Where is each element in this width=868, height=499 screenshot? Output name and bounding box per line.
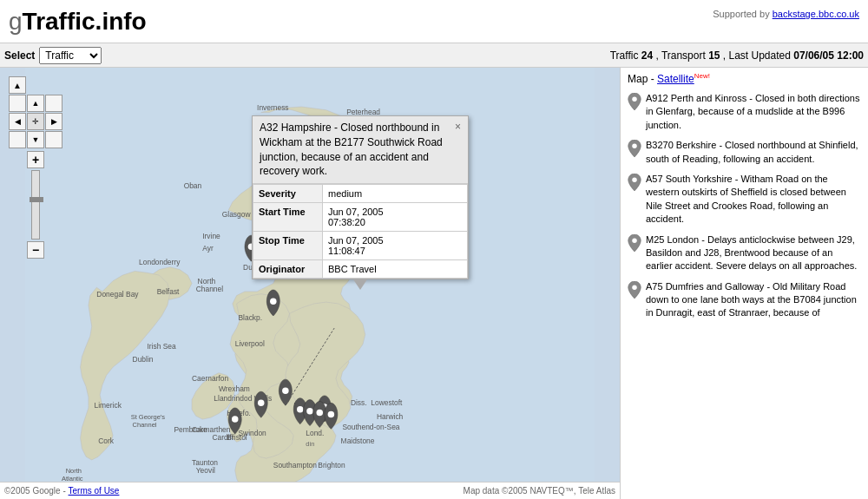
popup-tail [353,279,367,290]
svg-point-59 [297,406,304,413]
svg-text:din: din [306,440,314,448]
traffic-text-1: A912 Perth and Kinross - Closed in both … [646,92,861,132]
svg-point-60 [306,408,313,415]
northwest-btn[interactable] [9,95,26,112]
svg-text:Caernarfon: Caernarfon [192,374,228,383]
zoom-track[interactable] [31,170,40,240]
traffic-item-1[interactable]: A912 Perth and Kinross - Closed in both … [628,92,861,132]
svg-text:Channel: Channel [133,421,157,429]
pin-icon-3 [628,174,641,191]
severity-label: Severity [253,185,323,203]
category-select[interactable]: Traffic Travel Weather [39,47,102,64]
pin-icon-1 [628,93,641,110]
svg-point-69 [632,285,636,289]
svg-point-63 [232,416,239,423]
svg-point-55 [270,298,277,305]
svg-text:Wrexham: Wrexham [219,384,250,393]
svg-text:Liverpool: Liverpool [235,339,265,348]
svg-point-65 [632,97,636,102]
popup-close-btn[interactable]: × [455,121,461,133]
popup-row-severity: Severity medium [253,185,468,203]
start-time-value: Jun 07, 200507:38:20 [323,203,468,232]
title-main: Traffic.info [23,8,147,35]
svg-text:Brighton: Brighton [318,461,345,469]
terms-link[interactable]: Terms of Use [69,486,120,496]
svg-text:Harwich: Harwich [377,412,404,421]
traffic-item-4[interactable]: M25 London - Delays anticlockwise betwee… [628,233,861,273]
select-label: Select [4,49,35,62]
svg-text:Blackp.: Blackp. [238,313,262,322]
traffic-text-3: A57 South Yorkshire - Witham Road on the… [646,173,861,227]
svg-text:Inverness: Inverness [257,103,289,112]
svg-text:Lond.: Lond. [306,429,324,437]
svg-point-66 [632,144,636,148]
site-title: gTraffic.info [9,8,147,36]
svg-text:Irish Sea: Irish Sea [147,342,176,351]
stop-time-value: Jun 07, 200511:08:47 [323,232,468,260]
svg-text:Carmarthen: Carmarthen [192,425,231,434]
pin-icon-5 [628,281,641,299]
map-toggle: Map - SatelliteNew! [628,72,861,85]
center-btn[interactable]: ✛ [27,113,44,130]
traffic-count: 24 [641,49,653,62]
svg-text:Belfast: Belfast [157,287,180,296]
svg-text:Maidstone: Maidstone [341,437,375,445]
svg-text:Limerick: Limerick [95,401,122,410]
toolbar: Select Traffic Travel Weather Traffic 24… [0,43,868,68]
svg-text:Southend-on-Sea: Southend-on-Sea [343,423,400,431]
traffic-item-2[interactable]: B3270 Berkshire - Closed northbound at S… [628,139,861,166]
last-updated-label: Last Updated [729,49,791,62]
header: gTraffic.info Supported by backstage.bbc… [0,0,868,43]
stop-time-label: Stop Time [253,232,323,260]
traffic-text-5: A75 Dumfries and Galloway - Old Military… [646,280,861,320]
svg-text:Swindon: Swindon [238,429,266,437]
main-content: Inverness Peterhead Oban Glasgow Dundee … [0,68,868,499]
svg-text:Diss.: Diss. [351,398,367,407]
backstage-link[interactable]: backstage.bbc.co.uk [773,9,859,19]
right-panel: Map - SatelliteNew! A912 Perth and Kinro… [621,68,868,499]
zoom-out-btn[interactable]: − [27,241,44,259]
zoom-slider: + − [9,151,62,259]
svg-text:Donegal Bay: Donegal Bay [96,290,139,299]
svg-text:North: North [66,467,82,475]
map-data-label: Map data ©2005 NAVTEQ™, Tele Atlas [464,486,615,496]
title-g: g [9,8,23,35]
traffic-item-5[interactable]: A75 Dumfries and Galloway - Old Military… [628,280,861,320]
satellite-link[interactable]: Satellite [657,73,694,85]
east-btn[interactable]: ▶ [45,113,62,130]
south-btn[interactable]: ▼ [27,131,44,148]
north-btn2[interactable]: ▲ [27,95,44,112]
pin-icon-2 [628,140,641,157]
map-footer: ©2005 Google - Terms of Use Map data ©20… [0,482,620,499]
traffic-item-3[interactable]: A57 South Yorkshire - Witham Road on the… [628,173,861,227]
traffic-text-4: M25 London - Delays anticlockwise betwee… [646,233,861,273]
popup-row-originator: Originator BBC Travel [253,260,468,279]
map-area[interactable]: Inverness Peterhead Oban Glasgow Dundee … [0,68,621,499]
svg-point-67 [632,177,636,181]
svg-point-58 [282,388,289,395]
svg-text:St George's: St George's [131,413,166,421]
svg-text:Lowestoft: Lowestoft [371,398,403,407]
svg-text:Channel: Channel [196,285,224,293]
zoom-thumb[interactable] [30,197,43,202]
west-btn[interactable]: ◀ [9,113,26,130]
start-time-label: Start Time [253,203,323,232]
map-controls: ▲ ▲ ◀ ✛ ▶ ▼ + − [9,76,62,259]
zoom-in-btn[interactable]: + [27,151,44,168]
traffic-info: Traffic 24 , Transport 15 , Last Updated… [610,49,864,62]
popup-table: Severity medium Start Time Jun 07, 20050… [253,184,468,279]
popup-header: A32 Hampshire - Closed northbound in Wic… [253,116,468,184]
originator-label: Originator [253,260,323,279]
popup: A32 Hampshire - Closed northbound in Wic… [252,115,469,279]
severity-value: medium [323,185,468,203]
svg-text:Oban: Oban [184,181,202,190]
svg-text:Glasgow: Glasgow [222,210,252,219]
north-btn[interactable]: ▲ [9,76,26,94]
southwest-btn[interactable] [9,131,26,148]
popup-row-stop: Stop Time Jun 07, 200511:08:47 [253,232,468,260]
southeast-btn[interactable] [45,131,62,148]
northeast-btn[interactable] [45,95,62,112]
svg-point-68 [632,238,636,242]
map-label: Map [628,73,648,85]
svg-point-61 [317,410,324,417]
